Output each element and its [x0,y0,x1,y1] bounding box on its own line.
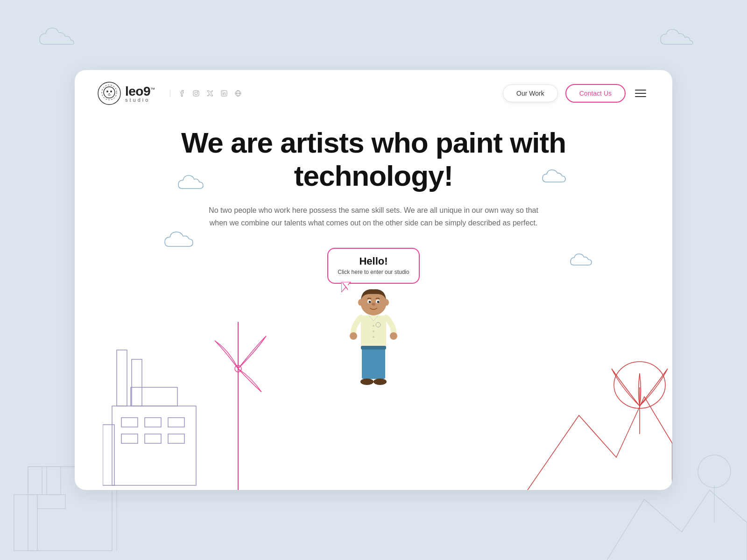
logo-icon [97,81,121,105]
bubble-sub-text: Click here to enter our studio [338,268,409,276]
hamburger-button[interactable] [633,85,650,102]
svg-point-46 [372,303,375,306]
facebook-icon[interactable] [178,89,186,98]
main-card: leo9™ studio [75,70,672,490]
svg-rect-1 [28,467,42,495]
logo-text-block: leo9™ studio [125,84,155,103]
bubble-hello-text: Hello! [338,255,409,267]
svg-rect-14 [112,406,196,485]
website-icon[interactable] [234,89,242,98]
svg-point-45 [377,301,380,303]
svg-point-55 [390,332,397,340]
svg-rect-22 [103,425,114,485]
svg-point-31 [110,91,112,92]
svg-rect-17 [168,418,184,427]
svg-rect-18 [121,434,138,443]
social-icons [170,89,242,98]
svg-rect-58 [374,358,385,379]
svg-rect-57 [362,358,373,379]
speech-bubble[interactable]: Hello! Click here to enter our studio [327,248,419,284]
svg-point-28 [104,87,115,98]
character-figure[interactable] [112,284,635,391]
character-section[interactable]: Hello! Click here to enter our studio [112,248,635,288]
svg-rect-2 [47,467,61,495]
hamburger-line-2 [635,93,646,94]
svg-rect-35 [221,91,227,96]
navbar: leo9™ studio [75,70,672,117]
hamburger-line-1 [635,90,646,91]
svg-point-61 [374,378,387,385]
svg-point-47 [358,299,363,306]
navbar-right: Our Work Contact Us [503,84,650,103]
svg-point-33 [195,92,197,95]
character-svg [343,284,404,391]
svg-rect-32 [193,91,199,96]
logo[interactable]: leo9™ studio [97,81,155,105]
svg-rect-59 [361,346,386,350]
twitter-icon[interactable] [206,89,214,98]
svg-point-44 [369,301,371,303]
svg-rect-16 [145,418,161,427]
instagram-icon[interactable] [192,89,200,98]
svg-point-27 [98,82,120,105]
svg-point-52 [373,336,374,338]
svg-point-54 [350,332,357,340]
hero-subtitle: No two people who work here possess the … [205,204,542,229]
svg-point-30 [106,91,108,92]
svg-point-60 [360,378,374,385]
svg-point-51 [373,330,374,332]
svg-rect-3 [37,495,65,509]
our-work-button[interactable]: Our Work [503,84,558,102]
svg-rect-19 [145,434,161,443]
svg-point-34 [197,91,198,92]
svg-point-29 [102,85,117,100]
linkedin-icon[interactable] [220,89,228,98]
bg-cloud-top-right [658,26,710,49]
navbar-left: leo9™ studio [97,81,242,105]
hero-section: We are artists who paint with technology… [75,117,672,391]
logo-name: leo9™ [125,84,155,98]
contact-us-button[interactable]: Contact Us [565,84,626,103]
svg-rect-4 [14,495,37,551]
svg-point-48 [384,299,389,306]
svg-point-50 [373,325,374,327]
hero-title: We are artists who paint with technology… [112,126,635,193]
svg-rect-15 [121,418,138,427]
hamburger-line-3 [635,96,646,97]
svg-point-11 [698,455,731,488]
bg-cloud-top-left [37,23,93,49]
svg-rect-20 [168,434,184,443]
